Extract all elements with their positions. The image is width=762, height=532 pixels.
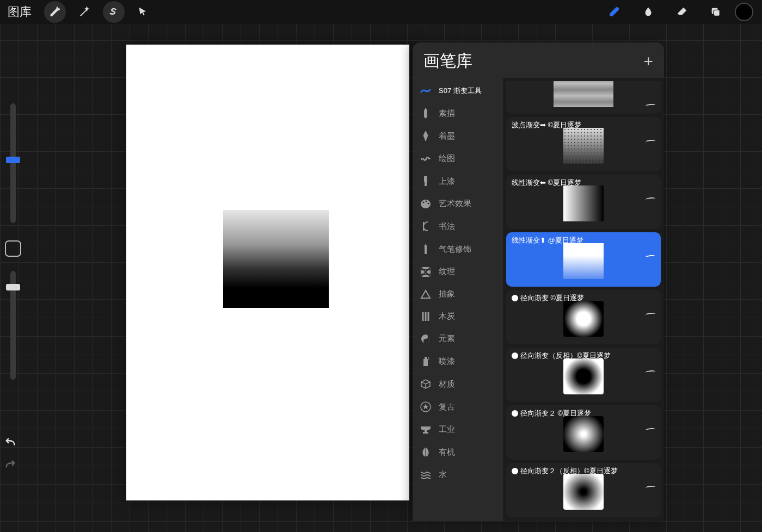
redo-button[interactable] xyxy=(4,460,16,472)
stroke-mark-icon xyxy=(646,197,656,201)
brush-list[interactable]: 波点渐变➡ ©夏日逐梦线性渐变⬅ ©夏日逐梦线性渐变⬆ @夏日逐梦径向渐变 ©夏… xyxy=(503,78,664,521)
undo-icon xyxy=(4,437,16,447)
category-triangle[interactable]: 抽象 xyxy=(413,283,503,305)
category-label: 材质 xyxy=(439,379,455,389)
brush-item[interactable]: 径向渐变（反相）©夏日逐梦 xyxy=(506,348,661,402)
stroke-mark-icon xyxy=(646,255,656,259)
calligraphy-icon xyxy=(420,221,431,232)
stroke-mark-icon xyxy=(646,103,656,108)
svg-point-5 xyxy=(423,201,425,203)
adjustments-button[interactable] xyxy=(71,0,98,24)
category-label: S07 渐变工具 xyxy=(439,86,482,96)
texture-icon xyxy=(420,267,431,277)
anvil-icon xyxy=(420,425,431,434)
redo-icon xyxy=(4,460,16,469)
eraser-tool-button[interactable] xyxy=(667,0,697,24)
category-cube[interactable]: 材质 xyxy=(413,373,503,395)
brush-item[interactable]: 线性渐变⬆ @夏日逐梦 xyxy=(506,232,661,287)
svg-point-12 xyxy=(428,357,429,358)
category-airbrush[interactable]: 气笔修饰 xyxy=(413,238,503,261)
category-label: 绘图 xyxy=(439,153,455,164)
brush-item[interactable]: 径向渐变２ ©夏日逐梦 xyxy=(506,405,661,460)
toolbar-left-group: 图库 xyxy=(0,0,157,24)
pen-nib-icon xyxy=(420,131,431,141)
triangle-icon xyxy=(420,289,431,299)
stroke-mark-icon xyxy=(646,139,656,144)
custom-thumb-icon xyxy=(420,88,431,94)
toolbar-right-group xyxy=(600,0,762,24)
layers-button[interactable] xyxy=(701,0,730,24)
undo-redo-group xyxy=(4,437,16,472)
brush-tool-button[interactable] xyxy=(600,0,629,24)
stroke-mark-icon xyxy=(646,428,656,432)
category-squiggle[interactable]: 绘图 xyxy=(413,147,503,170)
brush-library-panel: 画笔库 + S07 渐变工具素描着墨绘图上漆艺术效果书法气笔修饰纹理抽象木炭元素… xyxy=(413,42,664,521)
brush-thumbnail xyxy=(563,185,604,221)
color-picker-button[interactable] xyxy=(735,3,753,21)
bars-icon xyxy=(420,312,431,321)
modify-button[interactable] xyxy=(5,240,21,257)
category-spray-can[interactable]: 喷漆 xyxy=(413,350,503,373)
leaf-icon xyxy=(420,447,431,457)
opacity-slider[interactable] xyxy=(10,271,16,380)
brush-dot-icon xyxy=(512,352,518,359)
category-bars[interactable]: 木炭 xyxy=(413,305,503,327)
selection-button[interactable] xyxy=(103,1,125,23)
svg-point-13 xyxy=(428,358,429,360)
brush-item[interactable]: 波点渐变➡ ©夏日逐梦 xyxy=(506,117,661,171)
category-pencil[interactable]: 素描 xyxy=(413,102,503,125)
brush-thumbnail xyxy=(563,358,604,394)
brush-item[interactable] xyxy=(506,81,661,114)
add-brush-button[interactable]: + xyxy=(643,52,653,71)
canvas[interactable] xyxy=(126,45,409,500)
category-label: 上漆 xyxy=(439,176,455,187)
svg-rect-1 xyxy=(714,10,720,16)
brush-category-list[interactable]: S07 渐变工具素描着墨绘图上漆艺术效果书法气笔修饰纹理抽象木炭元素喷漆材质复古… xyxy=(413,78,503,521)
actions-button[interactable] xyxy=(44,1,66,23)
brush-item[interactable]: 线性渐变⬅ ©夏日逐梦 xyxy=(506,175,661,229)
stroke-mark-icon xyxy=(646,485,656,490)
category-label: 艺术效果 xyxy=(439,199,471,209)
brush-item[interactable]: 径向渐变３ @夏日逐梦 xyxy=(506,521,661,521)
category-anvil[interactable]: 工业 xyxy=(413,418,503,441)
category-yinyang[interactable]: 元素 xyxy=(413,327,503,350)
canvas-artwork xyxy=(223,210,329,308)
svg-rect-2 xyxy=(424,176,427,182)
category-paint-brush[interactable]: 上漆 xyxy=(413,170,503,193)
smudge-tool-button[interactable] xyxy=(634,0,663,24)
category-star-circle[interactable]: 复古 xyxy=(413,395,503,418)
category-label: 喷漆 xyxy=(439,356,455,367)
brush-thumbnail xyxy=(563,243,604,279)
brush-thumbnail xyxy=(563,474,604,510)
spray-can-icon xyxy=(420,356,431,367)
brush-item[interactable]: 径向渐变２（反相）©夏日逐梦 xyxy=(506,463,661,517)
squiggle-icon xyxy=(420,154,431,163)
brush-dot-icon xyxy=(512,410,518,417)
category-label: 工业 xyxy=(439,424,455,435)
transform-button[interactable] xyxy=(130,0,157,24)
category-palette[interactable]: 艺术效果 xyxy=(413,193,503,215)
undo-button[interactable] xyxy=(4,437,16,450)
gallery-button[interactable]: 图库 xyxy=(8,4,32,20)
eraser-icon xyxy=(676,6,688,18)
brush-size-slider[interactable] xyxy=(10,103,16,223)
brush-item[interactable]: 径向渐变 ©夏日逐梦 xyxy=(506,290,661,344)
category-label: 木炭 xyxy=(439,311,455,321)
category-label: 有机 xyxy=(439,447,455,457)
left-sidebar-tools xyxy=(2,103,24,380)
brush-thumbnail xyxy=(563,416,604,452)
category-texture[interactable]: 纹理 xyxy=(413,261,503,283)
category-calligraphy[interactable]: 书法 xyxy=(413,215,503,238)
wand-icon xyxy=(78,6,90,18)
category-leaf[interactable]: 有机 xyxy=(413,441,503,463)
category-label: 着墨 xyxy=(439,131,455,141)
yinyang-icon xyxy=(420,334,431,344)
brush-thumbnail xyxy=(563,128,604,164)
waves-icon xyxy=(420,471,431,479)
brush-thumbnail xyxy=(563,301,604,337)
brush-size-handle[interactable] xyxy=(6,157,20,163)
category-pen-nib[interactable]: 着墨 xyxy=(413,125,503,147)
category-waves[interactable]: 水 xyxy=(413,463,503,486)
category-custom-thumb[interactable]: S07 渐变工具 xyxy=(413,80,503,102)
opacity-handle[interactable] xyxy=(6,284,20,290)
